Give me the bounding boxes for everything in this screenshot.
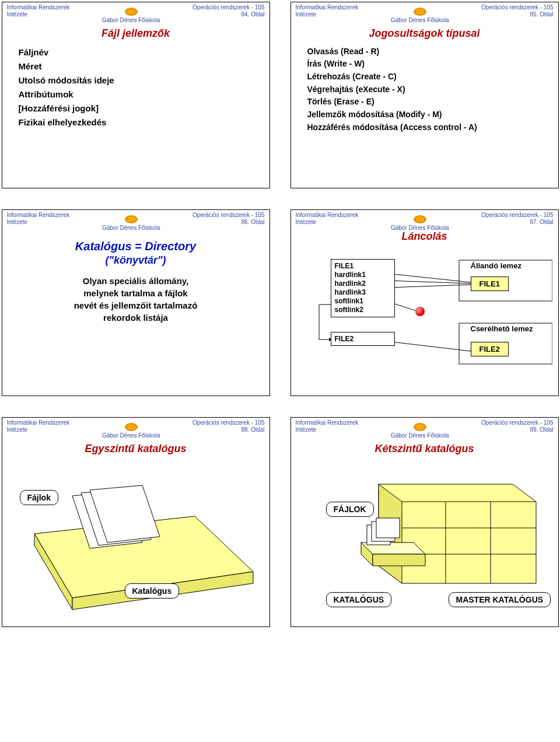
slide-87: Informatikai RendszerekIntézete Gábor Dé… [290,209,559,396]
logo-icon [414,423,426,431]
list-item: Jellemzők módosítása (Modify - M) [307,108,542,121]
slide-header: Informatikai RendszerekIntézete Gábor Dé… [291,2,558,20]
file1-disk-box: FILE1 [471,276,509,291]
slide-title: Kétszintű katalógus [291,443,558,455]
slide-title: Fájl jellemzők [2,27,270,40]
school-block: Gábor Dénes Főiskola [102,423,160,439]
course-block: Operációs rendszerek - 10585. Oldal [481,4,553,18]
org-block: Informatikai RendszerekIntézete [7,4,70,18]
file2-disk-box: FILE2 [471,342,509,356]
list-item: Fáljnév [19,46,253,60]
softlink-label: softlink1 [335,297,391,306]
list-item: Írás (Write - W) [307,58,542,71]
svg-rect-25 [376,518,400,538]
slide-88: Informatikai RendszerekIntézete Gábor Dé… [2,417,270,627]
org-block: Informatikai RendszerekIntézete [296,212,359,225]
desc-line: melynek tartalma a fájlok [26,287,246,299]
desc-line: nevét és jellemzőit tartalmazó [26,299,246,312]
hardlink-label: hardlink3 [335,288,391,297]
file-links-box: FILE1 hardlink1 hardlink2 hardlink3 soft… [331,259,395,317]
school-block: Gábor Dénes Főiskola [102,8,160,24]
org-block: Informatikai RendszerekIntézete [296,419,359,433]
hardlink-label: hardlink1 [335,271,391,279]
link-diagram: FILE1 hardlink1 hardlink2 hardlink3 soft… [296,247,554,382]
slide-header: Informatikai RendszerekIntézete Gábor Dé… [291,210,558,228]
list-item: Törlés (Erase - E) [307,96,542,108]
list-item: [Hozzáférési jogok] [19,102,253,116]
master-catalog-bubble: MASTER KATALÓGUS [449,592,551,607]
removable-disk-label: Cserélhető lemez [471,324,533,333]
logo-icon [414,8,426,16]
slide-title: Egyszintű katalógus [2,443,270,455]
slide-header: Informatikai RendszerekIntézete Gábor Dé… [2,418,270,436]
slide-subtitle: ("könyvtár") [2,254,270,267]
logo-icon [125,423,138,431]
file1-label: FILE1 [335,262,391,271]
slide-title: Jogosultságok típusai [291,27,558,40]
slide-header: Informatikai RendszerekIntézete Gábor Dé… [2,2,270,20]
content-list: Fáljnév Méret Utolsó módosítás ideje Att… [2,46,270,130]
school-block: Gábor Dénes Főiskola [102,215,160,232]
org-block: Informatikai RendszerekIntézete [296,4,359,18]
slide-description: Olyan speciális állomány, melynek tartal… [2,275,270,324]
files-bubble: FÁJLOK [326,502,374,517]
slide-title: Láncolás [291,230,558,243]
list-item: Méret [19,60,253,74]
list-item: Attribútumok [19,88,253,102]
list-item: Olvasás (Read - R) [307,46,542,58]
slide-header: Informatikai RendszerekIntézete Gábor Dé… [2,210,270,228]
catalog-bubble: Katalógus [125,583,180,598]
two-level-diagram: FÁJLOK KATALÓGUS MASTER KATALÓGUS [291,461,558,612]
list-item: Fizikai elhelyezkedés [19,116,253,130]
fixed-disk-label: Állandó lemez [471,261,522,270]
list-item: Végrehajtás (eXecute - X) [307,83,542,96]
files-bubble: Fájlok [20,490,58,505]
logo-icon [125,215,138,223]
org-block: Informatikai RendszerekIntézete [7,419,70,433]
single-level-diagram: Fájlok Katalógus [2,461,270,612]
course-block: Operációs rendszerek - 10588. Oldal [192,419,264,433]
school-block: Gábor Dénes Főiskola [391,215,449,232]
logo-icon [414,215,426,223]
desc-line: rekordok listája [26,312,246,324]
list-item: Utolsó módosítás ideje [19,74,253,88]
slide-header: Informatikai RendszerekIntézete Gábor Dé… [291,418,558,436]
catalog-bubble: KATALÓGUS [326,592,392,607]
course-block: Operációs rendszerek - 10589. Oldal [481,419,553,433]
school-block: Gábor Dénes Főiskola [391,423,449,439]
list-item: Létrehozás (Create - C) [307,71,542,83]
svg-marker-22 [373,554,425,566]
bomb-icon [415,307,425,316]
slide-86: Informatikai RendszerekIntézete Gábor Dé… [2,209,270,396]
file2-box: FILE2 [331,332,395,346]
softlink-label: softlink2 [335,306,391,314]
logo-icon [125,8,138,16]
slide-84: Informatikai RendszerekIntézete Gábor Dé… [2,2,270,188]
content-list: Olvasás (Read - R) Írás (Write - W) Létr… [291,46,558,134]
course-block: Operációs rendszerek - 10587. Oldal [481,212,553,225]
desc-line: Olyan speciális állomány, [26,275,246,287]
course-block: Operációs rendszerek - 10584. Oldal [192,4,264,18]
cabinet-icon [291,461,559,612]
hardlink-label: hardlink2 [335,279,391,288]
org-block: Informatikai RendszerekIntézete [7,212,70,225]
school-block: Gábor Dénes Főiskola [391,8,449,24]
slide-85: Informatikai RendszerekIntézete Gábor Dé… [290,2,559,188]
slide-title: Katalógus = Directory [2,240,270,253]
slide-89: Informatikai RendszerekIntézete Gábor Dé… [290,417,559,627]
file2-label: FILE2 [335,335,354,343]
course-block: Operációs rendszerek - 10586. Oldal [192,212,264,225]
list-item: Hozzáférés módosítása (Access control - … [307,121,542,134]
